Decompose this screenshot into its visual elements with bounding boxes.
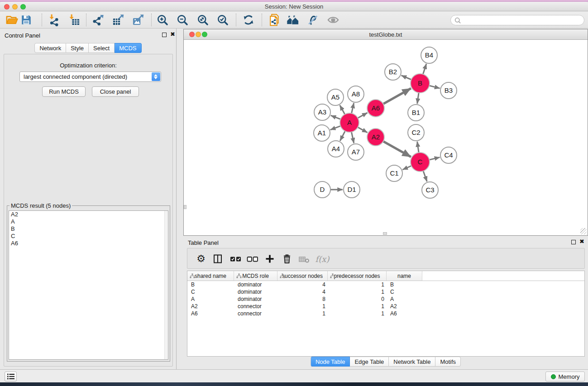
node-B2[interactable]: B2 [385, 64, 401, 80]
network-from-selection-button[interactable] [268, 13, 281, 27]
column-header-predecessor-nodes[interactable]: predecessor nodes [328, 271, 387, 281]
export-image-button[interactable] [131, 13, 145, 27]
table-cell[interactable]: dominator [234, 281, 277, 288]
table-cell[interactable]: B [187, 281, 234, 288]
tab-style[interactable]: Style [66, 43, 89, 53]
delete-table-button[interactable] [297, 252, 311, 266]
table-cell[interactable]: A [387, 295, 422, 303]
network-graph[interactable]: ABCA2A6A1A3A4A5A7A8B1B2B3B4C1C2C3C4DD1 [184, 40, 588, 236]
node-B1[interactable]: B1 [408, 105, 424, 121]
resize-corner-handle[interactable] [580, 228, 587, 234]
table-cell[interactable]: C [187, 288, 234, 295]
close-panel-button[interactable]: Close panel [92, 86, 139, 97]
column-header-successor-nodes[interactable]: successor nodes [277, 271, 328, 281]
mcds-result-item[interactable]: A2 [9, 211, 168, 218]
float-panel-icon[interactable] [571, 240, 576, 244]
tab-mcds[interactable]: MCDS [115, 43, 141, 53]
export-network-button[interactable] [91, 13, 105, 27]
mcds-result-item[interactable]: A6 [9, 240, 168, 247]
column-header-MCDS-role[interactable]: MCDS role [234, 271, 277, 281]
mcds-result-list[interactable]: A2ABCA6 [9, 210, 168, 360]
zoom-out-button[interactable] [176, 13, 189, 27]
network-window-titlebar[interactable]: testGlobe.txt [184, 29, 588, 40]
network-canvas[interactable]: ABCA2A6A1A3A4A5A7A8B1B2B3B4C1C2C3C4DD1 [184, 40, 588, 235]
table-cell[interactable]: dominator [234, 288, 277, 295]
table-cell[interactable]: A2 [187, 303, 234, 310]
tab-edge-table[interactable]: Edge Table [350, 357, 389, 367]
table-cell[interactable]: 8 [277, 295, 328, 303]
mcds-result-item[interactable]: C [9, 233, 168, 240]
mcds-result-item[interactable]: B [9, 225, 168, 233]
float-panel-icon[interactable] [162, 33, 167, 37]
pane-grip[interactable] [184, 205, 186, 209]
node-A8[interactable]: A8 [348, 86, 364, 102]
node-A5[interactable]: A5 [327, 89, 344, 105]
scrollbar-track[interactable] [164, 211, 168, 359]
task-history-button[interactable] [5, 372, 17, 381]
table-cell[interactable]: 1 [328, 303, 387, 310]
optimization-criterion-select[interactable]: largest connected component (directed) [19, 71, 161, 82]
node-A7[interactable]: A7 [348, 144, 364, 160]
refresh-button[interactable] [242, 13, 255, 27]
select-all-button[interactable] [229, 252, 243, 266]
graphics-details-button[interactable] [306, 13, 320, 27]
function-builder-button[interactable]: f(x) [316, 252, 329, 266]
deselect-all-button[interactable] [246, 252, 259, 266]
close-panel-icon[interactable]: ✖ [579, 238, 584, 245]
node-C1[interactable]: C1 [386, 165, 402, 181]
node-A1[interactable]: A1 [314, 125, 330, 141]
node-A2[interactable]: A2 [367, 129, 384, 146]
node-B[interactable]: B [411, 74, 430, 93]
column-header-shared-name[interactable]: shared name [187, 271, 234, 281]
table-row[interactable]: Cdominator41C [187, 288, 584, 295]
column-header-name[interactable]: name [387, 271, 422, 281]
close-panel-icon[interactable]: ✖ [170, 31, 175, 38]
table-row[interactable]: Adominator80A [187, 295, 584, 303]
node-D1[interactable]: D1 [344, 181, 360, 198]
select-stepper[interactable] [152, 72, 160, 81]
node-D[interactable]: D [314, 181, 330, 198]
table-cell[interactable]: A [187, 295, 234, 303]
table-row[interactable]: A6connector11A6 [187, 310, 584, 317]
table-cell[interactable]: A6 [187, 310, 234, 317]
node-A4[interactable]: A4 [328, 141, 344, 157]
table-options-button[interactable]: ⚙ [194, 252, 208, 266]
mcds-result-item[interactable]: A [9, 218, 168, 225]
show-hide-button[interactable] [326, 13, 340, 27]
tab-network[interactable]: Network [34, 43, 66, 53]
node-C4[interactable]: C4 [440, 147, 457, 163]
open-session-button[interactable] [5, 13, 19, 27]
zoom-in-button[interactable] [156, 13, 169, 27]
table-cell[interactable]: 1 [328, 310, 387, 317]
column-view-button[interactable] [211, 252, 225, 266]
table-row[interactable]: A2connector11A2 [187, 303, 584, 310]
table-cell[interactable]: B [387, 281, 422, 288]
run-mcds-button[interactable]: Run MCDS [42, 86, 86, 97]
table-cell[interactable]: 1 [277, 310, 328, 317]
table-row[interactable]: Bdominator41B [187, 281, 584, 288]
search-input[interactable] [463, 16, 580, 24]
node-B4[interactable]: B4 [421, 47, 437, 63]
zoom-fit-button[interactable] [196, 13, 210, 27]
node-B3[interactable]: B3 [440, 82, 457, 99]
node-C3[interactable]: C3 [422, 182, 438, 198]
table-cell[interactable]: connector [234, 303, 277, 310]
export-table-button[interactable] [111, 13, 125, 27]
node-C2[interactable]: C2 [408, 124, 424, 141]
table-cell[interactable]: 0 [328, 295, 387, 303]
add-column-button[interactable] [263, 252, 277, 266]
table-cell[interactable]: 4 [277, 288, 328, 295]
zoom-selected-button[interactable] [216, 13, 229, 27]
table-cell[interactable]: 4 [277, 281, 328, 288]
table-cell[interactable]: dominator [234, 295, 277, 303]
pane-grip[interactable] [383, 232, 387, 235]
node-A[interactable]: A [340, 113, 359, 132]
memory-button[interactable]: Memory [545, 372, 585, 381]
table-cell[interactable]: 1 [328, 288, 387, 295]
table-cell[interactable]: A2 [387, 303, 422, 310]
tab-motifs[interactable]: Motifs [435, 357, 461, 367]
node-A6[interactable]: A6 [367, 100, 384, 117]
table-cell[interactable]: 1 [328, 281, 387, 288]
tab-network-table[interactable]: Network Table [389, 357, 435, 367]
table-cell[interactable]: C [387, 288, 422, 295]
